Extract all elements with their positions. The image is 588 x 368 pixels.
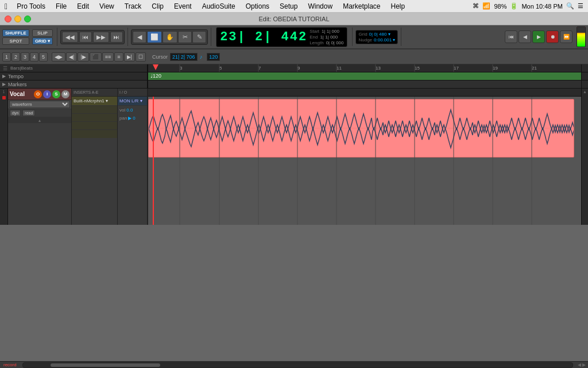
vol-value: 0.0 <box>126 108 133 113</box>
search-icon[interactable]: 🔍 <box>566 2 574 10</box>
audio-region[interactable] <box>148 99 574 158</box>
menu-hamburger-icon[interactable]: ☰ <box>578 2 583 10</box>
apple-icon:  <box>5 2 7 11</box>
record-status-label: record <box>0 362 20 367</box>
num-btn-2[interactable]: 2 <box>11 52 20 62</box>
waveform-svg <box>149 99 574 157</box>
tracks-expand-icon[interactable]: ☰ <box>2 66 8 71</box>
insert-empty-1 <box>72 106 117 114</box>
loop-region-btn[interactable]: ☐ <box>136 52 146 62</box>
menu-options[interactable]: Options <box>241 1 274 12</box>
inserts-label: INSERTS A-E <box>74 90 98 94</box>
traffic-lights <box>5 16 31 22</box>
right-expand-arrow-icon[interactable]: ▲ <box>583 90 587 94</box>
menu-clip[interactable]: Clip <box>147 1 168 12</box>
menu-event[interactable]: Event <box>169 1 196 12</box>
trim-tool-btn[interactable]: ✂ <box>178 31 192 43</box>
menu-view[interactable]: View <box>95 1 119 12</box>
editor-area: ☰ Bars|Beats 3 5 7 9 11 13 15 17 19 21 <box>0 64 588 368</box>
num-btn-4[interactable]: 4 <box>30 52 38 62</box>
track-num-1[interactable]: 1 <box>3 90 5 94</box>
vu-meter <box>577 26 586 47</box>
menu-file[interactable]: File <box>51 1 71 12</box>
loop-btn[interactable]: ⏮ <box>505 30 517 43</box>
track-expand-btn[interactable]: ▲ <box>8 117 71 123</box>
num-btn-3[interactable]: 3 <box>21 52 29 62</box>
insert-plugin-item[interactable]: Built-nMcrphn1 ▾ <box>72 97 117 106</box>
menu-help[interactable]: Help <box>386 1 410 12</box>
track-output-btn[interactable]: O <box>34 90 42 98</box>
track-expand-icon: ▲ <box>38 118 42 122</box>
pan-arrow-icon: ▶ <box>128 116 131 121</box>
selector-tool-btn[interactable]: ◀ <box>133 31 146 43</box>
shuffle-mode-btn[interactable]: SHUFFLE <box>2 29 29 37</box>
nudge-left-btn[interactable]: ◀▶ <box>52 52 65 62</box>
transport-end-btn[interactable]: ⏭ <box>110 32 123 43</box>
track-input-btn[interactable]: I <box>43 90 51 98</box>
grid-2-btn[interactable]: ≡ <box>114 52 123 62</box>
scrollbar-track[interactable] <box>22 362 573 368</box>
markers-label-area[interactable]: ▶ Markers <box>0 80 148 88</box>
bpm-value: 120 <box>207 53 220 61</box>
track-record-indicator[interactable] <box>2 96 6 99</box>
menu-edit[interactable]: Edit <box>72 1 94 12</box>
cursor-value: 21| 2| 706 <box>170 53 198 61</box>
scroll-right-icon[interactable]: ▶ <box>582 362 586 367</box>
play-btn[interactable]: ▶ <box>532 30 545 43</box>
num-btn-1[interactable]: 1 <box>2 52 11 62</box>
grab-tool-btn[interactable]: ✋ <box>163 31 177 43</box>
transport-rtz-btn[interactable]: ◀◀ <box>62 32 78 43</box>
marquee-tool-btn[interactable]: ⬜ <box>147 31 162 43</box>
menu-protools[interactable]: Pro Tools <box>12 1 50 12</box>
rewind-btn[interactable]: ◀ <box>519 30 531 43</box>
scroll-left-icon[interactable]: ◀ <box>578 362 581 367</box>
transport-group: ◀◀ ⏮ ▶▶ ⏭ <box>60 30 125 44</box>
maximize-button[interactable] <box>24 16 31 22</box>
num-btn-5[interactable]: 5 <box>39 52 48 62</box>
menu-window[interactable]: Window <box>303 1 337 12</box>
dyn-read-row: dyn read <box>8 109 71 117</box>
trim-end-btn[interactable]: |▶ <box>78 52 88 62</box>
nudge-value[interactable]: 0:00.001 ▾ <box>374 37 395 43</box>
menu-right: ⌘ 📶 98% 🔋 Mon 10:48 PM 🔍 ☰ <box>473 2 583 10</box>
vol-label: vol <box>119 108 125 113</box>
insert-empty-2 <box>72 114 117 122</box>
transport-prev-btn[interactable]: ⏮ <box>79 32 92 43</box>
menu-setup[interactable]: Setup <box>275 1 302 12</box>
io-panel: I / O MON L/R ▾ vol 0.0 pan ▶ 0 <box>117 89 147 225</box>
io-mon-item[interactable]: MON L/R ▾ <box>118 97 147 106</box>
stop-btn[interactable]: ⏩ <box>560 30 572 43</box>
record-btn[interactable]: ⏺ <box>546 30 559 43</box>
track-mute-btn[interactable]: M <box>61 90 69 98</box>
transport-ff-btn[interactable]: ▶▶ <box>93 32 109 43</box>
read-btn[interactable]: read <box>22 110 35 116</box>
track-solo-btn[interactable]: S <box>52 90 60 98</box>
counter-info: Start 1| 1| 000 End 1| 1| 000 Length 0| … <box>310 29 343 45</box>
pencil-tool-btn[interactable]: ✎ <box>192 31 206 43</box>
waveform-select[interactable]: waveform volume pan <box>9 101 70 108</box>
track-name-label: Vocal <box>10 91 34 97</box>
spot-mode-btn[interactable]: SPOT <box>2 37 29 45</box>
minimize-button[interactable] <box>14 16 21 22</box>
horizontal-scrollbar: record ◀ ▶ <box>0 361 588 368</box>
insert-empty-4 <box>72 130 117 138</box>
menu-track[interactable]: Track <box>120 1 146 12</box>
grid-value[interactable]: 0| 0| 480 ▾ <box>369 32 390 37</box>
airplay-icon[interactable]: ⌘ <box>473 2 479 10</box>
end-nav-btn[interactable]: ▶| <box>124 52 135 62</box>
mode-group2: SLIP GRID ▾ <box>32 29 53 45</box>
app:  Pro Tools File Edit View Track Clip Ev… <box>0 0 588 368</box>
slip-mode-btn[interactable]: SLIP <box>32 29 53 37</box>
trim-start-btn[interactable]: ◀| <box>66 52 77 62</box>
right-track-panel <box>148 89 581 225</box>
menu-audiosuite[interactable]: AudioSuite <box>198 1 240 12</box>
close-button[interactable] <box>5 16 11 22</box>
dynamics-btn[interactable]: dyn <box>10 110 21 116</box>
grid-mode-btn[interactable]: GRID ▾ <box>32 37 53 45</box>
clip-btn[interactable]: ⬛ <box>90 52 102 62</box>
battery-level: 98% <box>494 3 506 10</box>
tempo-label-area[interactable]: ▶ Tempo <box>0 72 148 80</box>
grid-1-btn[interactable]: ≡≡ <box>102 52 114 62</box>
menu-marketplace[interactable]: Marketplace <box>338 1 385 12</box>
io-value: MON L/R ▾ <box>119 98 142 103</box>
